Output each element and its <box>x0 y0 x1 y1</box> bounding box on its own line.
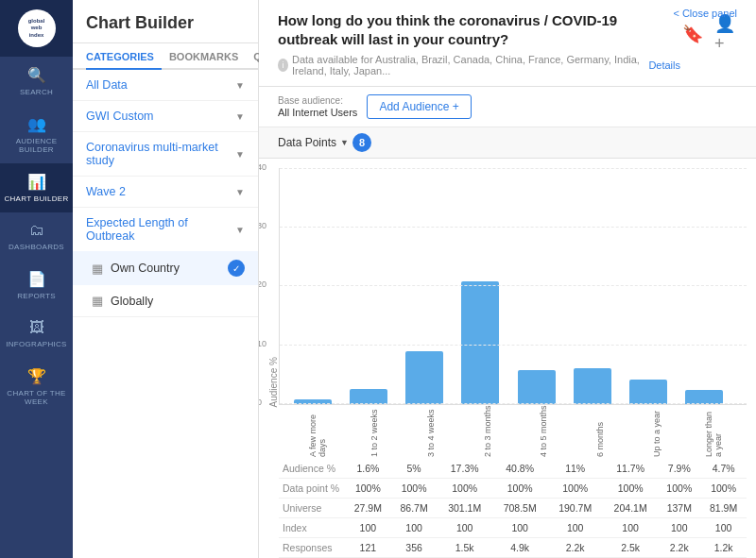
table-cell: 100 <box>345 518 391 538</box>
section-header-covid[interactable]: Coronavirus multi-market study ▼ <box>73 132 258 176</box>
table-cell: 137M <box>658 499 700 518</box>
tab-categories[interactable]: CATEGORIES <box>86 43 162 70</box>
nav-item-reports[interactable]: 📄 REPORTS <box>0 261 73 310</box>
add-audience-button[interactable]: Add Audience + <box>367 94 471 119</box>
table-cell: 11.7% <box>603 457 658 479</box>
table-cell: 100 <box>603 518 658 538</box>
section-gwi-custom: GWI Custom ▼ <box>73 101 258 132</box>
sidebar-panel: Chart Builder CATEGORIES BOOKMARKS QUERI… <box>73 0 259 558</box>
x-axis-label: 3 to 4 weeks <box>426 405 436 457</box>
nav-label-infographics: INFOGRAPHICS <box>6 340 67 348</box>
bar[interactable] <box>574 368 611 404</box>
table-cell: 1.6% <box>345 457 391 479</box>
x-label-wrapper: 3 to 4 weeks <box>405 405 456 457</box>
bar[interactable] <box>629 380 667 404</box>
table-cell: 708.5M <box>492 499 547 518</box>
data-points-label[interactable]: Data Points ▼ 8 <box>278 133 371 152</box>
table-cell: 356 <box>391 538 438 558</box>
nav-item-audience-builder[interactable]: 👥 AUDIENCE BUILDER <box>0 106 73 163</box>
x-axis-label: 4 to 5 months <box>539 405 548 457</box>
bar[interactable] <box>405 351 443 404</box>
nav-label-reports: REPORTS <box>17 292 56 300</box>
section-expected-length: Expected Length of Outbreak ▼ ▦ Own Coun… <box>73 208 258 317</box>
details-link[interactable]: Details <box>648 59 680 71</box>
main-header: How long do you think the coronavirus / … <box>259 0 756 87</box>
x-axis-label: 1 to 2 weeks <box>369 405 379 457</box>
nav-item-infographics[interactable]: 🖼 INFOGRAPHICS <box>0 310 73 358</box>
table-cell: 100 <box>492 518 547 538</box>
nav-item-chart-of-week[interactable]: 🏆 CHART OF THE WEEK <box>0 358 73 415</box>
table-cell: 100% <box>700 479 747 499</box>
bars-group <box>280 178 737 405</box>
y-axis-label: Audience % <box>268 168 279 559</box>
table-cell: 2.5k <box>603 538 658 558</box>
bar-wrapper[interactable] <box>400 178 450 405</box>
bar-wrapper[interactable] <box>455 178 506 405</box>
table-cell: 100 <box>700 518 747 538</box>
bars-area: 403020100 <box>279 168 747 406</box>
nav-label-audience: AUDIENCE BUILDER <box>4 137 69 154</box>
table-row: Index100100100100100100100100 <box>279 518 747 538</box>
data-points-chevron: ▼ <box>340 138 349 147</box>
chart-builder-icon: 📊 <box>27 173 46 191</box>
table-cell: 7.9% <box>658 457 700 479</box>
nav-label-search: SEARCH <box>20 88 53 96</box>
table-row-label: Index <box>279 518 345 538</box>
nav-label-dashboards: DASHBOARDS <box>9 243 64 251</box>
bar[interactable] <box>350 389 387 404</box>
x-axis-label: 6 months <box>595 405 605 457</box>
bar-wrapper[interactable] <box>511 178 561 405</box>
x-label-wrapper: 6 months <box>575 405 626 457</box>
bar-chart-icon-own-country: ▦ <box>92 262 103 276</box>
table-row-label: Audience % <box>279 457 345 479</box>
bar-wrapper[interactable] <box>679 178 730 405</box>
reports-icon: 📄 <box>27 270 46 288</box>
base-audience-info: Base audience: All Internet Users <box>278 94 357 118</box>
y-tick-label: 20 <box>259 279 266 289</box>
tab-bookmarks[interactable]: BOOKMARKS <box>162 43 246 70</box>
bar-wrapper[interactable] <box>567 178 617 405</box>
bar[interactable] <box>685 390 723 404</box>
bar[interactable] <box>518 370 556 404</box>
table-cell: 86.7M <box>391 499 438 518</box>
table-cell: 1.2k <box>700 538 747 558</box>
table-cell: 100% <box>437 479 491 499</box>
table-cell: 1.5k <box>437 538 491 558</box>
audience-bar: Base audience: All Internet Users Add Au… <box>259 87 756 127</box>
logo-area: globalwebindex <box>0 0 73 57</box>
section-all-data: All Data ▼ <box>73 70 258 101</box>
section-header-gwi-custom[interactable]: GWI Custom ▼ <box>73 101 258 131</box>
nav-item-dashboards[interactable]: 🗂 DASHBOARDS <box>0 212 73 261</box>
table-row-label: Data point % <box>279 479 345 499</box>
bar[interactable] <box>294 399 332 404</box>
logo: globalwebindex <box>18 9 56 47</box>
section-wave2: Wave 2 ▼ <box>73 177 258 208</box>
table-cell: 5% <box>391 457 438 479</box>
x-label-wrapper: 4 to 5 months <box>519 405 570 457</box>
y-tick-label: 40 <box>259 162 266 172</box>
bookmark-icon[interactable]: 🔖 <box>680 22 705 46</box>
table-cell: 4.9k <box>492 538 547 558</box>
section-header-wave2[interactable]: Wave 2 ▼ <box>73 177 258 207</box>
sidebar-item-own-country[interactable]: ▦ Own Country ✓ <box>73 251 258 285</box>
left-navigation: globalwebindex 🔍 SEARCH 👥 AUDIENCE BUILD… <box>0 0 73 558</box>
table-cell: 40.8% <box>492 457 547 479</box>
table-cell: 2.2k <box>658 538 700 558</box>
x-label-wrapper: Longer than a year <box>688 405 739 457</box>
section-header-all-data[interactable]: All Data ▼ <box>73 70 258 100</box>
sidebar-tabs: CATEGORIES BOOKMARKS QUERIES <box>73 43 258 70</box>
sidebar-item-globally[interactable]: ▦ Globally <box>73 285 258 316</box>
nav-item-search[interactable]: 🔍 SEARCH <box>0 57 73 106</box>
chart-inner: 403020100 A few more days1 to 2 weeks3 t… <box>279 168 747 559</box>
close-panel-button[interactable]: < Close panel <box>673 8 737 19</box>
section-header-expected-length[interactable]: Expected Length of Outbreak ▼ <box>73 208 258 251</box>
bar-wrapper[interactable] <box>343 178 393 405</box>
table-cell: 301.1M <box>437 499 491 518</box>
chart-container: Audience % 403020100 A few more days1 to… <box>268 168 747 559</box>
bar-wrapper[interactable] <box>624 178 674 405</box>
bar[interactable] <box>461 281 499 404</box>
nav-item-chart-builder[interactable]: 📊 CHART BUILDER <box>0 163 73 212</box>
infographics-icon: 🖼 <box>29 319 44 336</box>
bar-wrapper[interactable] <box>287 178 337 405</box>
nav-label-chart-of-week: CHART OF THE WEEK <box>4 389 69 406</box>
